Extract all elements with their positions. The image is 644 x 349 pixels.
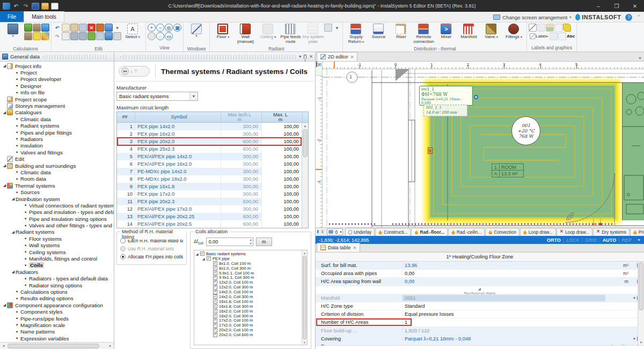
checkbox-checked-icon[interactable] <box>213 294 217 299</box>
ribbon-btn-dry-system-plate[interactable]: Dry system plate <box>302 23 324 46</box>
alloc-item-12x2-0-coil-300-m[interactable]: 12x2.0, Coil 300 m <box>196 285 307 289</box>
tree-item-distribution-system[interactable]: ◢Distribution system <box>0 196 114 202</box>
ribbon-btn-source[interactable]: Source <box>367 23 390 46</box>
property-row-manifold[interactable]: Manifold0051▼ <box>316 294 644 302</box>
expander-icon[interactable]: ◢ <box>2 64 7 68</box>
ribbon-btn-lchart[interactable] <box>546 24 554 32</box>
manifold-marker[interactable]: X <box>428 147 433 154</box>
ribbon-btn-zoom[interactable]: ▭ <box>165 32 173 40</box>
checkbox-checked-icon[interactable] <box>213 290 217 294</box>
tree-item-project-info[interactable]: ◢Project info <box>0 63 114 69</box>
tree-item-radiator-sizing-options[interactable]: •Radiator sizing options <box>0 282 114 288</box>
tab-data-table[interactable]: Data table ✕ <box>317 243 360 252</box>
pipe-row-13[interactable]: 13PEX/Al/PEX pipe 20x2.25600,00100,00 <box>117 213 308 220</box>
tree-item-pipes-and-insulation-types-and-default-data[interactable]: •Pipes and insulation - types and defaul… <box>0 209 114 216</box>
ribbon-btn-valve[interactable]: Valve ▾ <box>480 23 502 46</box>
manufacturer-select[interactable]: Basic radiant systems ▼ <box>116 92 198 101</box>
ribbon-btn-pan[interactable] <box>148 32 156 40</box>
pipe-row-5[interactable]: 5PEX/Al/PEX pipe 14x2.0300,00100,00 <box>117 153 308 160</box>
tree-item-manifolds-fittings-and-control[interactable]: •Manifolds, fittings and control <box>0 255 114 262</box>
pipe-row-9[interactable]: 9PEX pipe 16x1.8300,00100,00 <box>117 183 308 190</box>
tree-item-sources[interactable]: •Sources <box>0 189 114 195</box>
ribbon-btn-i-draft[interactable]: ▾ <box>185 23 208 46</box>
alloc-item-9-9x1-1-coil-300-m[interactable]: 9.9x1.1, Coil 300 m <box>196 275 307 280</box>
checkbox-checked-icon[interactable] <box>213 285 217 289</box>
scroll-up-icon[interactable]: ▲ <box>302 123 308 129</box>
new-file-icon[interactable] <box>51 3 58 10</box>
tree-item-pipe-runs-pipe-feeds[interactable]: •Pipe-runs/pipe feeds <box>0 315 114 322</box>
tree-item-thermal-systems[interactable]: ◢Thermal systems <box>0 182 114 189</box>
panel-close-icon[interactable]: ✕ <box>309 54 313 59</box>
checkbox-checked-icon[interactable] <box>213 309 217 313</box>
ribbon-btn-zoom[interactable]: − <box>156 24 164 32</box>
dropdown-icon[interactable]: ▼ <box>633 337 636 340</box>
tree-item-calculations-options[interactable]: •Calculations options <box>0 288 114 295</box>
tree-item-radiators[interactable]: ◢Radiators <box>0 269 114 275</box>
pin-icon[interactable] <box>304 55 306 59</box>
dropdown-icon[interactable]: ▼ <box>633 296 636 300</box>
alloc-item-16x1-8-coil-300-m[interactable]: 16x1.8, Coil 300 m <box>196 304 307 309</box>
ribbon-btn-door[interactable] <box>105 24 113 32</box>
ribbon-btn-plate[interactable] <box>324 24 332 32</box>
ribbon-btn-more[interactable]: ▾ <box>113 24 121 32</box>
status-flag-grid[interactable]: GRID <box>583 237 599 243</box>
tree-item-project-scope[interactable]: Project scope <box>0 96 114 102</box>
tree-item-component-styles[interactable]: •Component styles <box>0 308 114 315</box>
tree-item-insulation[interactable]: •Insulation <box>0 143 114 149</box>
minimize-button[interactable]: – <box>589 0 608 12</box>
checkbox-checked-icon[interactable] <box>213 318 217 323</box>
layer-tab-rad-ceilin-[interactable]: Rad.-ceilin... <box>448 228 485 236</box>
selection-node[interactable] <box>474 95 478 99</box>
property-row-number-of-h-c-areas[interactable]: Number of H/C Areas1 <box>316 318 644 326</box>
checkbox-checked-icon[interactable] <box>213 299 217 303</box>
alloc-item-16x1-8-coil-100-m[interactable]: 16x1.8, Coil 100 m <box>196 299 307 304</box>
property-row-covering[interactable]: CoveringParquet λ=0,21 10mm - 0,048▼ <box>316 335 644 343</box>
scroll-up-icon[interactable]: ▲ <box>302 250 307 255</box>
ribbon-btn-label[interactable]: Label▾ <box>529 33 549 39</box>
layer-tab-convection[interactable]: Convection <box>485 228 519 236</box>
pipe-row-11[interactable]: 11PEX pipe 20x2.3600,00100,00 <box>117 198 308 205</box>
tab-file[interactable]: File <box>0 11 24 22</box>
ribbon-btn-valve[interactable] <box>70 32 78 40</box>
help-icon[interactable]: ? <box>625 14 632 21</box>
property-row-floor-build-up-[interactable]: Floor build-up ...1,920 / 122▼ <box>316 327 644 335</box>
property-row-h-c-area-spacing-from-wall[interactable]: H/C Area spacing from wall0,00m <box>316 278 644 286</box>
ribbon-btn-undo[interactable]: ↶ <box>53 24 61 32</box>
ribbon-btn-ceiling[interactable]: Ceiling ▾ <box>257 23 279 46</box>
ribbon-btn-cut[interactable] <box>79 24 87 32</box>
ribbon-btn-board-g[interactable] <box>24 24 32 32</box>
ribbon-btn-i-calc[interactable]: ▾ <box>2 23 24 46</box>
expander-icon[interactable]: ◢ <box>11 270 16 274</box>
layer-tab-dry-systems[interactable]: Dry systems <box>593 228 630 236</box>
room-stamp[interactable]: 001 +20 °C 768 W <box>511 116 540 145</box>
property-row-technical-data[interactable]: ◢Technical data <box>316 286 644 294</box>
ribbon-btn-zoom[interactable]: ⌂ <box>156 32 164 40</box>
tree-item-wall-systems[interactable]: •Wall systems <box>0 242 114 249</box>
expander-icon[interactable]: ◢ <box>2 183 7 188</box>
tree-item-climatic-data[interactable]: •Climatic data <box>0 116 114 122</box>
ribbon-btn-lline[interactable] <box>529 24 537 32</box>
ribbon-btn-remote-connection[interactable]: Remote connection <box>412 23 435 46</box>
ribbon-btn-wall-manual-[interactable]: Wall (manual) <box>234 23 257 46</box>
alloc-item-20x2-0-coil-600-m[interactable]: 20x2.0, Coil 600 m <box>196 332 307 337</box>
ribbon-btn-riser[interactable]: Riser <box>390 23 412 46</box>
ribbon-btn-paste[interactable] <box>70 24 78 32</box>
alloc-item-8x1-0-coil-100-m[interactable]: 8x1.0, Coil 100 m <box>196 261 307 266</box>
change-screen-arrangement[interactable]: Change screen arrangement ▾ <box>493 14 571 20</box>
status-flag-auto[interactable]: AUTO <box>601 237 618 243</box>
ribbon-btn-gridi[interactable] <box>87 32 96 40</box>
ribbon-btn-zoom[interactable]: ▣ <box>173 24 181 32</box>
alloc-item-16x2-0-coil-100-m[interactable]: 16x2.0, Coil 100 m <box>196 309 307 314</box>
ribbon-btn-junction[interactable] <box>96 24 104 32</box>
close-tab-icon[interactable]: ✕ <box>350 55 354 60</box>
checkbox-checked-icon[interactable] <box>213 280 217 285</box>
area-label[interactable]: 001_1_1 14,0 m² 200 mm <box>423 105 467 116</box>
tree-item-radiant-systems[interactable]: •Radiant systems <box>0 123 114 129</box>
tree-item-catalogues[interactable]: ◢Catalogues <box>0 109 114 116</box>
tree-item-climatic-data[interactable]: •Climatic data <box>0 169 114 175</box>
ribbon-btn-labc[interactable]: Abc <box>567 32 575 40</box>
pipe-row-10[interactable]: 10PEX pipe 17x2.0300,00100,00 <box>117 190 308 198</box>
alloc-item-9-9x1-1-coil-100-m[interactable]: 9.9x1.1, Coil 100 m <box>196 271 307 276</box>
alloc-item-14x2-0-coil-300-m[interactable]: 14x2.0, Coil 300 m <box>196 294 307 299</box>
alloc-item-pex-pipe[interactable]: ◢PEX pipe <box>196 256 307 261</box>
